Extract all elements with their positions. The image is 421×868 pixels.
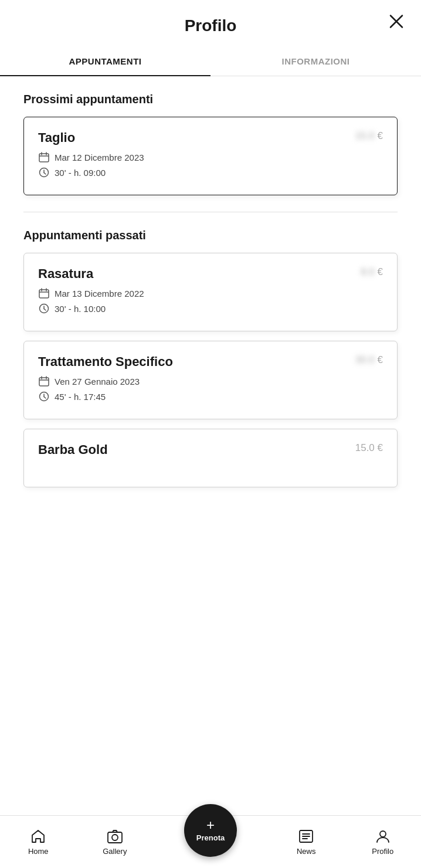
section-divider — [23, 212, 398, 212]
tab-informazioni[interactable]: INFORMAZIONI — [210, 47, 421, 76]
upcoming-appointment-card[interactable]: Taglio 15.0 € Mar 12 Dicembre 2023 30' -… — [23, 117, 398, 195]
clock-icon — [38, 303, 50, 314]
appointment-name: Taglio — [38, 130, 75, 145]
tab-appuntamenti[interactable]: APPUNTAMENTI — [0, 47, 210, 76]
svg-rect-23 — [108, 832, 122, 843]
fab-label: Prenota — [196, 833, 225, 842]
calendar-icon — [38, 375, 50, 387]
fab-prenota-button[interactable]: + Prenota — [184, 804, 237, 857]
person-icon — [375, 828, 391, 845]
svg-rect-9 — [39, 290, 49, 298]
appointment-name: Rasatura — [38, 266, 93, 282]
svg-point-29 — [380, 831, 386, 837]
close-button[interactable] — [386, 11, 407, 36]
nav-item-prenota[interactable]: + Prenota — [153, 816, 268, 869]
appointment-date-row: Mar 13 Dicembre 2022 — [38, 287, 383, 299]
clock-icon — [38, 391, 50, 402]
svg-line-22 — [44, 397, 46, 399]
home-icon — [30, 828, 46, 845]
appointment-price: 8.0 € — [361, 266, 383, 278]
past-section-title: Appuntamenti passati — [23, 229, 398, 242]
fab-plus-icon: + — [206, 818, 215, 832]
appointment-date: Mar 12 Dicembre 2023 — [55, 152, 144, 162]
appointment-name: Barba Gold — [38, 442, 108, 457]
svg-line-8 — [44, 173, 46, 175]
svg-point-24 — [112, 835, 118, 840]
appointment-date-row: Mar 12 Dicembre 2023 — [38, 151, 383, 163]
card-header: Trattamento Specifico 30.0 € — [38, 354, 383, 369]
appointment-time: 45' - h. 17:45 — [55, 392, 106, 402]
camera-icon — [107, 828, 123, 845]
tabs-container: APPUNTAMENTI INFORMAZIONI — [0, 47, 421, 76]
nav-item-news[interactable]: News — [268, 828, 345, 856]
appointment-price: 15.0 € — [355, 442, 383, 454]
card-header: Rasatura 8.0 € — [38, 266, 383, 282]
bottom-navigation: Home Gallery + Prenota News Profilo — [0, 815, 421, 868]
svg-line-15 — [44, 309, 46, 311]
page-title: Profilo — [185, 16, 237, 35]
header: Profilo — [0, 0, 421, 47]
clock-icon — [38, 167, 50, 178]
appointment-time: 30' - h. 09:00 — [55, 168, 106, 178]
nav-label-gallery: Gallery — [103, 847, 127, 856]
appointment-name: Trattamento Specifico — [38, 354, 173, 369]
card-header: Barba Gold 15.0 € — [38, 442, 383, 457]
appointment-time-row: 30' - h. 09:00 — [38, 167, 383, 178]
calendar-icon — [38, 287, 50, 299]
nav-label-news: News — [297, 847, 316, 856]
appointment-price: 15.0 € — [355, 130, 383, 142]
appointment-date: Ven 27 Gennaio 2023 — [55, 377, 140, 386]
calendar-icon — [38, 151, 50, 163]
past-appointment-card-1[interactable]: Rasatura 8.0 € Mar 13 Dicembre 2022 30' … — [23, 253, 398, 331]
nav-item-gallery[interactable]: Gallery — [77, 828, 154, 856]
card-header: Taglio 15.0 € — [38, 130, 383, 145]
news-icon — [298, 828, 314, 845]
nav-label-profilo: Profilo — [372, 847, 393, 856]
appointment-time: 30' - h. 10:00 — [55, 304, 106, 314]
appointment-date: Mar 13 Dicembre 2022 — [55, 289, 144, 299]
appointment-price: 30.0 € — [355, 354, 383, 366]
appointment-time-row: 45' - h. 17:45 — [38, 391, 383, 402]
appointment-time-row: 30' - h. 10:00 — [38, 303, 383, 314]
nav-item-home[interactable]: Home — [0, 828, 77, 856]
appointment-date-row: Ven 27 Gennaio 2023 — [38, 375, 383, 387]
past-appointment-card-3[interactable]: Barba Gold 15.0 € — [23, 429, 398, 487]
svg-rect-2 — [39, 154, 49, 162]
close-icon — [388, 13, 405, 30]
nav-label-home: Home — [28, 847, 49, 856]
nav-item-profilo[interactable]: Profilo — [344, 828, 421, 856]
main-content: Prossimi appuntamenti Taglio 15.0 € Mar … — [0, 76, 421, 567]
svg-rect-16 — [39, 378, 49, 386]
past-appointment-card-2[interactable]: Trattamento Specifico 30.0 € Ven 27 Genn… — [23, 341, 398, 419]
upcoming-section-title: Prossimi appuntamenti — [23, 93, 398, 106]
